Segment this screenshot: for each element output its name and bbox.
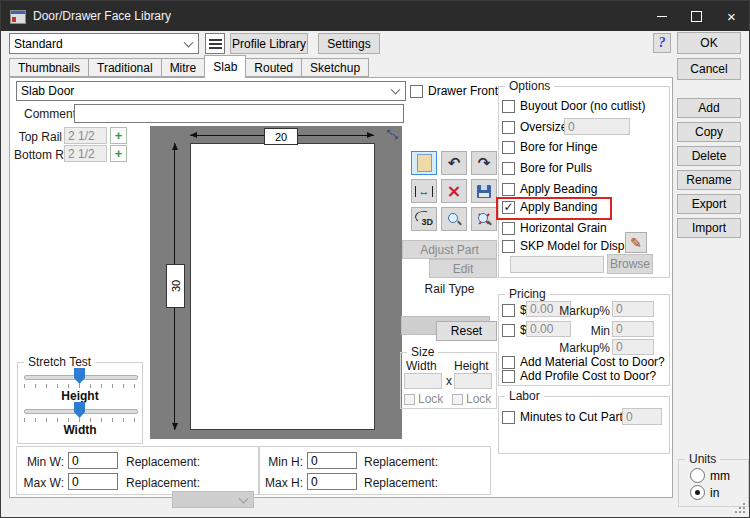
max-h-input[interactable]: 0	[307, 473, 357, 490]
minutes-to-cut-input[interactable]: 0	[622, 408, 662, 425]
top-rail-input[interactable]: 2 1/2	[64, 127, 107, 144]
rail-type-label: Rail Type	[402, 282, 497, 296]
adjust-part-button[interactable]: Adjust Part	[402, 240, 497, 259]
labor-group: Labor	[498, 396, 670, 454]
buyout-door-checkbox[interactable]: Buyout Door (no cutlist)	[502, 99, 645, 113]
units-in-radio[interactable]: in	[690, 485, 719, 500]
lock-height-checkbox[interactable]: Lock	[452, 392, 491, 406]
sqft-markup-input[interactable]: 0	[612, 339, 654, 355]
top-rail-label: Top Rail	[14, 130, 62, 144]
help-button[interactable]: ?	[653, 33, 671, 53]
delete-entry-button[interactable]: Delete	[677, 146, 741, 166]
magnifier-icon	[446, 211, 462, 227]
lock-width-checkbox[interactable]: Lock	[404, 392, 443, 406]
zoom-extents-button[interactable]	[471, 207, 497, 231]
door-tool-button[interactable]	[411, 151, 437, 175]
export-button[interactable]: Export	[677, 194, 741, 214]
tab-strip: Thumbnails Traditional Mitre Slab Routed…	[9, 55, 368, 77]
oversize-input[interactable]: 0	[564, 118, 630, 135]
height-slider-ticks	[24, 384, 136, 388]
horizontal-grain-checkbox[interactable]: Horizontal Grain	[502, 221, 607, 235]
checkbox-box	[410, 85, 423, 98]
resize-grip[interactable]	[743, 511, 745, 513]
bottom-rail-add-button[interactable]: +	[110, 145, 127, 162]
cancel-button[interactable]: Cancel	[677, 58, 741, 80]
save-icon	[477, 185, 491, 198]
profile-library-button[interactable]: Profile Library	[230, 33, 308, 54]
markup2-label: Markup%	[550, 341, 610, 355]
bore-for-pulls-checkbox[interactable]: Bore for Pulls	[502, 161, 592, 175]
comment-input[interactable]	[74, 104, 404, 123]
markup-label: Markup%	[550, 304, 610, 318]
minimize-button[interactable]	[644, 1, 679, 31]
max-w-input[interactable]: 0	[68, 473, 118, 490]
tab-sketchup[interactable]: Sketchup	[301, 58, 369, 77]
zoom-button[interactable]	[441, 207, 467, 231]
maximize-button[interactable]	[679, 1, 714, 31]
add-button[interactable]: Add	[677, 98, 741, 118]
library-preset-select[interactable]: Standard	[9, 33, 199, 54]
bottom-rail-input[interactable]: 2 1/2	[64, 145, 107, 162]
top-rail-add-button[interactable]: +	[110, 127, 127, 144]
min-w-replacement-select[interactable]	[172, 491, 254, 508]
height-dimension-value: 30	[166, 264, 185, 308]
tab-traditional[interactable]: Traditional	[88, 58, 162, 77]
close-button[interactable]: ×	[714, 1, 749, 31]
copy-button[interactable]: Copy	[677, 122, 741, 142]
ok-button[interactable]: OK	[677, 32, 741, 54]
min-w-input[interactable]: 0	[68, 452, 118, 469]
bore-for-hinge-checkbox[interactable]: Bore for Hinge	[502, 140, 597, 154]
drawer-front-checkbox[interactable]: Drawer Front	[410, 84, 498, 98]
arrow-down-icon	[172, 423, 178, 430]
dimension-button[interactable]: ↔	[411, 179, 437, 203]
face-style-select[interactable]: Slab Door	[16, 81, 406, 101]
import-button[interactable]: Import	[677, 218, 741, 238]
chevron-down-icon	[184, 37, 194, 47]
units-mm-radio[interactable]: mm	[690, 468, 730, 483]
tab-thumbnails[interactable]: Thumbnails	[9, 58, 89, 77]
tab-slab[interactable]: Slab	[204, 55, 246, 78]
door-drawer-face-library-dialog: Door/Drawer Face Library × Standard Prof…	[0, 0, 750, 518]
size-width-label: Width	[406, 359, 437, 373]
redo-button[interactable]: ↷	[471, 151, 497, 175]
add-profile-cost-checkbox[interactable]: Add Profile Cost to Door?	[502, 369, 656, 383]
add-material-cost-checkbox[interactable]: Add Material Cost to Door?	[502, 355, 665, 369]
undo-icon: ↶	[448, 156, 461, 171]
edit-button[interactable]: Edit	[429, 259, 497, 278]
hamburger-icon	[209, 39, 222, 49]
menu-button[interactable]	[205, 33, 225, 54]
size-height-input[interactable]	[454, 373, 492, 389]
rename-button[interactable]: Rename	[677, 170, 741, 190]
sqft-min-input[interactable]: 0	[612, 321, 654, 337]
settings-button[interactable]: Settings	[318, 33, 380, 54]
min-h-input[interactable]: 0	[307, 452, 357, 469]
arrow-up-icon	[172, 143, 178, 150]
save-button[interactable]	[471, 179, 497, 203]
size-width-input[interactable]	[404, 373, 442, 389]
apply-banding-checkbox[interactable]: ✓ Apply Banding	[502, 200, 597, 214]
minutes-to-cut-checkbox[interactable]: Minutes to Cut Part(s)	[502, 410, 637, 424]
browse-button[interactable]: Browse	[607, 254, 653, 274]
undo-button[interactable]: ↶	[441, 151, 467, 175]
max-h-replacement-label: Replacement:	[364, 476, 438, 490]
door-face	[190, 143, 375, 430]
oversize-checkbox[interactable]: Oversize	[502, 120, 567, 134]
skp-path-input[interactable]	[510, 256, 604, 273]
tab-mitre[interactable]: Mitre	[161, 58, 206, 77]
skp-model-checkbox[interactable]: SKP Model for Display	[502, 239, 640, 253]
min-label: Min	[550, 324, 610, 338]
slab-tab-page: Slab Door Drawer Front Comment: Top Rail…	[9, 77, 673, 498]
skp-edit-button[interactable]: ✎	[625, 232, 647, 253]
rotate-3d-button[interactable]: 3D	[411, 207, 437, 231]
door-markup-input[interactable]: 0	[612, 301, 654, 317]
resize-diagonal-icon[interactable]: ↖ ↘	[386, 128, 399, 141]
apply-beading-checkbox[interactable]: Apply Beading	[502, 182, 597, 196]
tab-routed[interactable]: Routed	[245, 58, 302, 77]
library-preset-value: Standard	[14, 37, 63, 51]
stretch-height-label: Height	[17, 389, 143, 403]
delete-button[interactable]: ×	[441, 179, 467, 203]
door-preview-canvas[interactable]: 20 30 ↖ ↘	[150, 126, 402, 439]
delete-x-icon: ×	[446, 182, 461, 200]
reset-button[interactable]: Reset	[436, 321, 497, 341]
rotate-3d-icon: 3D	[415, 211, 433, 227]
